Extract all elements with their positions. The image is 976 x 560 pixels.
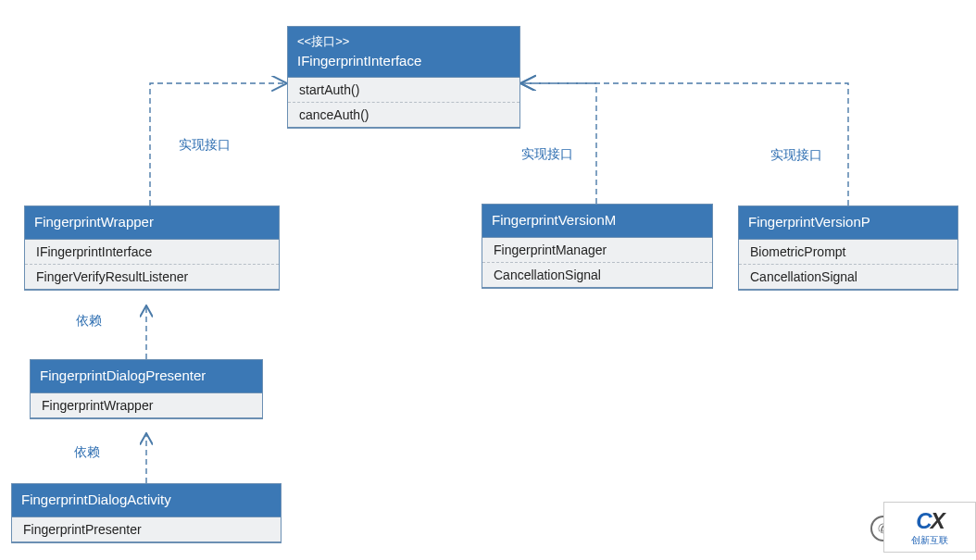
field-row: BiometricPrompt <box>739 240 957 265</box>
interface-name: IFingerprintInterface <box>297 51 510 72</box>
wrapper-box: FingerprintWrapper IFingerprintInterface… <box>24 205 280 291</box>
interface-header: <<接口>> IFingerprintInterface <box>288 27 519 78</box>
realize-label: 实现接口 <box>521 146 573 163</box>
activity-box: FingerprintDialogActivity FingerprintPre… <box>11 483 282 543</box>
versionp-header: FingerprintVersionP <box>739 206 957 240</box>
realize-label: 实现接口 <box>179 137 231 154</box>
badge-title: 创新互联 <box>911 534 948 547</box>
field-row: FingerprintPresenter <box>12 517 281 542</box>
realize-label: 实现接口 <box>770 147 822 164</box>
versionp-fields: BiometricPrompt CancellationSignal <box>739 240 957 290</box>
wrapper-name: FingerprintWrapper <box>34 212 269 233</box>
presenter-box: FingerprintDialogPresenter FingerprintWr… <box>30 359 263 419</box>
field-row: CancellationSignal <box>482 263 712 288</box>
versionp-box: FingerprintVersionP BiometricPrompt Canc… <box>738 205 958 291</box>
versionm-header: FingerprintVersionM <box>482 205 712 238</box>
depend-label: 依赖 <box>74 444 100 461</box>
wrapper-header: FingerprintWrapper <box>25 206 279 240</box>
presenter-name: FingerprintDialogPresenter <box>40 366 253 387</box>
versionm-name: FingerprintVersionM <box>492 210 703 231</box>
field-row: FingerVerifyResultListener <box>25 265 279 290</box>
activity-header: FingerprintDialogActivity <box>12 484 281 517</box>
presenter-fields: FingerprintWrapper <box>31 393 262 418</box>
depend-label: 依赖 <box>76 313 102 330</box>
field-row: CancellationSignal <box>739 265 957 290</box>
versionp-name: FingerprintVersionP <box>748 212 948 233</box>
badge-logo: CX <box>916 508 943 534</box>
presenter-header: FingerprintDialogPresenter <box>31 360 262 393</box>
field-row: FingerprintWrapper <box>31 393 262 418</box>
activity-name: FingerprintDialogActivity <box>21 490 271 511</box>
field-row: IFingerprintInterface <box>25 240 279 265</box>
versionm-box: FingerprintVersionM FingerprintManager C… <box>482 204 713 289</box>
activity-fields: FingerprintPresenter <box>12 517 281 542</box>
interface-methods: startAuth() canceAuth() <box>288 78 519 128</box>
field-row: FingerprintManager <box>482 238 712 263</box>
versionm-fields: FingerprintManager CancellationSignal <box>482 238 712 288</box>
interface-stereotype: <<接口>> <box>297 32 510 51</box>
wrapper-fields: IFingerprintInterface FingerVerifyResult… <box>25 240 279 290</box>
method-row: canceAuth() <box>288 103 519 128</box>
method-row: startAuth() <box>288 78 519 103</box>
interface-box: <<接口>> IFingerprintInterface startAuth()… <box>287 26 520 129</box>
corner-badge: CX 创新互联 <box>883 502 976 553</box>
